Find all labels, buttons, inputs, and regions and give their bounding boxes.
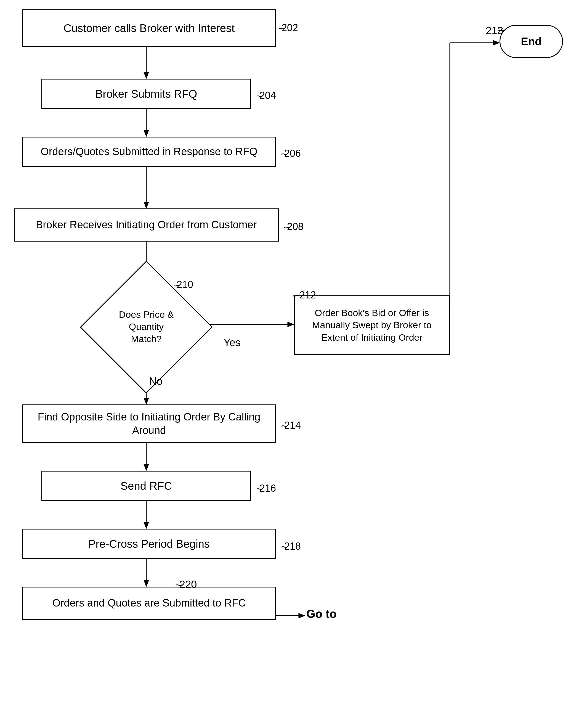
svg-marker-20 (144, 580, 149, 587)
ref-202-tilde: ~ (278, 22, 285, 35)
svg-marker-5 (144, 202, 149, 208)
svg-marker-14 (144, 398, 149, 405)
diagram-container: Customer calls Broker with Interest 202 … (0, 0, 587, 728)
svg-marker-16 (144, 464, 149, 471)
ref-212-tilde: ~ (292, 289, 300, 302)
label-218: 218 (284, 541, 301, 552)
label-204: 204 (259, 90, 276, 101)
box-208: Broker Receives Initiating Order from Cu… (14, 208, 279, 242)
box-220: Orders and Quotes are Submitted to RFC (22, 587, 276, 620)
ref-220-tilde: ~ (175, 579, 182, 592)
svg-marker-1 (144, 72, 149, 79)
label-214: 214 (284, 419, 301, 431)
label-216: 216 (259, 483, 276, 494)
ref-210-tilde: ~ (173, 279, 180, 292)
label-yes: Yes (224, 337, 241, 349)
end-oval: End (499, 25, 563, 58)
box-206: Orders/Quotes Submitted in Response to R… (22, 137, 276, 167)
box-218: Pre-Cross Period Begins (22, 529, 276, 559)
diamond-210-text: Does Price & Quantity Match? (100, 280, 193, 373)
label-208: 208 (287, 221, 304, 232)
box-202: Customer calls Broker with Interest (22, 9, 276, 47)
goto-label: Go to (306, 607, 337, 621)
label-no: No (149, 376, 163, 387)
svg-marker-3 (144, 130, 149, 137)
ref-213-arrow: ← (496, 24, 507, 36)
label-212: 212 (300, 289, 316, 301)
svg-marker-22 (299, 613, 305, 618)
svg-marker-18 (144, 522, 149, 529)
svg-marker-9 (287, 322, 294, 327)
box-216: Send RFC (41, 471, 251, 501)
box-204: Broker Submits RFQ (41, 79, 251, 109)
box-214: Find Opposite Side to Initiating Order B… (22, 405, 276, 443)
box-212: Order Book's Bid or Offer is Manually Sw… (294, 295, 450, 355)
svg-marker-12 (493, 40, 499, 45)
label-206: 206 (284, 148, 301, 159)
